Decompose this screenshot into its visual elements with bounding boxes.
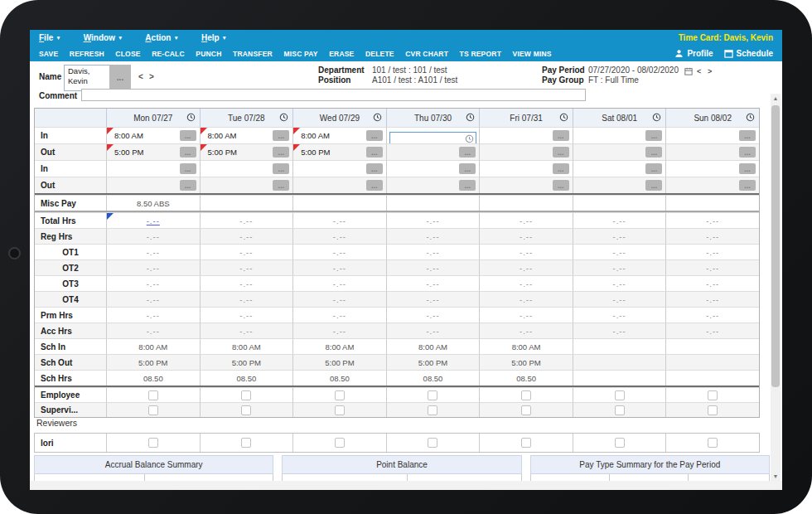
punch-detail-button[interactable]: ... (180, 163, 196, 174)
approval-checkbox[interactable] (615, 390, 625, 400)
toolbar-ts-report[interactable]: TS REPORT (460, 50, 501, 58)
punch-detail-button[interactable]: ... (366, 163, 383, 174)
toolbar-transfer[interactable]: TRANSFER (233, 50, 273, 58)
approval-checkbox[interactable] (521, 390, 531, 400)
prev-employee-arrow[interactable]: < (138, 72, 143, 81)
approval-checkbox[interactable] (335, 390, 345, 400)
next-pay-period-arrow[interactable]: > (708, 67, 712, 75)
clock-icon (279, 113, 288, 122)
name-lookup-button[interactable]: ... (109, 65, 131, 90)
punch-detail-button[interactable]: ... (645, 147, 662, 158)
menu-file[interactable]: File▼ (39, 33, 61, 42)
punch-detail-button[interactable]: ... (273, 180, 289, 191)
punch-detail-button[interactable]: ... (553, 180, 569, 191)
approval-checkbox[interactable] (241, 405, 251, 415)
name-field[interactable]: Davis, Kevin (64, 65, 115, 91)
reviewer-checkbox[interactable] (615, 438, 625, 448)
punch-detail-button[interactable]: ... (645, 163, 662, 174)
approval-row-label: Supervi... (35, 402, 106, 417)
menu-window[interactable]: Window▼ (84, 33, 123, 42)
value-row: OT1-.---.---.---.---.---.---.-- (35, 244, 759, 259)
next-employee-arrow[interactable]: > (149, 72, 154, 81)
approval-checkbox[interactable] (708, 405, 718, 415)
day-clock-icon[interactable] (466, 113, 475, 124)
day-clock-icon[interactable] (279, 113, 288, 124)
vertical-scrollbar[interactable]: ▲ ▼ (771, 94, 781, 482)
toolbar-delete[interactable]: DELETE (365, 50, 394, 58)
reviewer-checkbox[interactable] (521, 438, 531, 448)
approval-checkbox[interactable] (148, 390, 158, 400)
pay-group-value: FT : Full Time (588, 75, 639, 85)
punch-detail-button[interactable]: ... (459, 163, 476, 174)
schedule-button[interactable]: Schedule (724, 49, 773, 58)
punch-detail-button[interactable]: ... (459, 180, 476, 191)
reviewer-checkbox[interactable] (708, 438, 718, 448)
punch-cell: ... (573, 127, 666, 143)
toolbar-save[interactable]: SAVE (39, 50, 58, 58)
approval-checkbox[interactable] (335, 405, 345, 415)
punch-detail-button[interactable]: ... (459, 147, 476, 158)
punch-detail-button[interactable]: ... (553, 147, 569, 158)
punch-detail-button[interactable]: ... (645, 130, 662, 141)
approval-checkbox[interactable] (428, 390, 437, 400)
scroll-down-arrow-icon[interactable]: ▼ (771, 472, 781, 482)
day-clock-icon[interactable] (186, 113, 196, 124)
approval-checkbox[interactable] (241, 390, 251, 400)
value-text: -.-- (666, 295, 759, 304)
punch-cell: ... (106, 160, 200, 177)
menu-help[interactable]: Help▼ (201, 33, 227, 42)
day-clock-icon[interactable] (652, 113, 661, 124)
scrollbar-thumb[interactable] (771, 105, 780, 387)
prev-pay-period-arrow[interactable]: < (697, 67, 701, 75)
pay-period-calendar-icon[interactable] (684, 67, 693, 75)
toolbar-refresh[interactable]: REFRESH (70, 50, 104, 58)
toolbar-view-mins[interactable]: VIEW MINS (513, 50, 552, 58)
toolbar-close[interactable]: CLOSE (115, 50, 140, 58)
punch-detail-button[interactable]: ... (180, 147, 196, 158)
punch-clock-icon[interactable] (465, 132, 474, 143)
value-row-label: Reg Hrs (35, 228, 106, 244)
punch-detail-button[interactable]: ... (553, 163, 569, 174)
punch-detail-button[interactable]: ... (273, 163, 289, 174)
toolbar-misc-pay[interactable]: MISC PAY (283, 50, 317, 58)
value-text: -.-- (201, 216, 293, 225)
punch-detail-button[interactable]: ... (645, 180, 662, 191)
toolbar-erase[interactable]: ERASE (329, 50, 354, 58)
reviewer-checkbox[interactable] (241, 438, 251, 448)
punch-detail-button[interactable]: ... (366, 180, 383, 191)
punch-detail-button[interactable]: ... (273, 130, 289, 141)
punch-detail-button[interactable]: ... (273, 147, 289, 158)
comment-input[interactable] (81, 89, 586, 101)
reviewer-checkbox[interactable] (428, 438, 437, 448)
punch-detail-button[interactable]: ... (739, 147, 756, 158)
toolbar-punch[interactable]: PUNCH (196, 50, 221, 58)
scroll-up-arrow-icon[interactable]: ▲ (771, 94, 781, 104)
punch-detail-button[interactable]: ... (553, 130, 569, 141)
punch-detail-button[interactable]: ... (739, 163, 756, 174)
reviewer-checkbox[interactable] (335, 438, 345, 448)
toolbar-re-calc[interactable]: RE-CALC (152, 50, 185, 58)
punch-detail-button[interactable]: ... (739, 180, 756, 191)
day-clock-icon[interactable] (559, 113, 568, 124)
approval-checkbox[interactable] (148, 405, 158, 415)
reviewer-checkbox[interactable] (148, 438, 158, 448)
day-clock-icon[interactable] (746, 113, 755, 124)
approval-checkbox[interactable] (615, 405, 625, 415)
profile-button[interactable]: Profile (674, 49, 713, 58)
day-clock-icon[interactable] (373, 113, 382, 124)
punch-detail-button[interactable]: ... (180, 130, 196, 141)
punch-detail-button[interactable]: ... (366, 130, 383, 141)
approval-cell (386, 402, 480, 417)
punch-detail-button[interactable]: ... (739, 130, 756, 141)
punch-detail-button[interactable]: ... (366, 147, 383, 158)
punch-time-input[interactable] (389, 132, 477, 143)
approval-checkbox[interactable] (521, 405, 531, 415)
punch-detail-button[interactable]: ... (180, 180, 196, 191)
total-hours-link[interactable]: -.-- (107, 216, 200, 225)
menu-action[interactable]: Action▼ (145, 33, 179, 42)
value-cell: -.-- (106, 212, 200, 228)
approval-checkbox[interactable] (428, 405, 437, 415)
approval-checkbox[interactable] (708, 390, 718, 400)
value-text: 08.50 (480, 374, 573, 383)
toolbar-cvr-chart[interactable]: CVR CHART (405, 50, 448, 58)
